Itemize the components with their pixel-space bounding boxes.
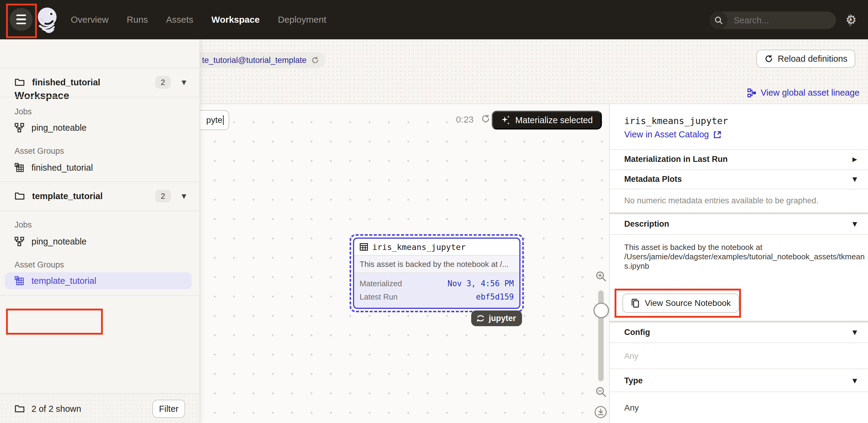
jupyter-icon — [476, 314, 485, 323]
sidebar-item-group-template-tutorial-selected[interactable]: template_tutorial — [5, 272, 192, 289]
job-name: ping_noteable — [31, 123, 87, 133]
search-box[interactable]: / — [710, 11, 836, 29]
sidebar-item-job-ping-noteable[interactable]: ping_noteable — [0, 119, 192, 136]
materialized-value[interactable]: Nov 3, 4:56 PM — [447, 279, 514, 288]
graph-filter-input[interactable]: pyte — [199, 110, 229, 130]
divider — [610, 342, 868, 343]
asset-node-iris-kmeans-jupyter[interactable]: iris_kmeans_jupyter This asset is backed… — [350, 234, 524, 312]
kind-tag-label: jupyter — [489, 314, 516, 323]
refresh-icon[interactable] — [311, 56, 319, 64]
section-label: Description — [624, 219, 669, 229]
annotation-box-template-tutorial — [6, 309, 103, 335]
description-text: This asset is backed by the notebook at … — [624, 243, 865, 271]
refresh-icon[interactable] — [481, 114, 491, 123]
workspace-sidebar: Workspace finished_tutorial 2 ▼ Jobs pin… — [0, 39, 200, 423]
section-label: Metadata Plots — [624, 175, 682, 184]
repo-row-template-tutorial[interactable]: template_tutorial 2 ▼ — [0, 182, 199, 211]
job-icon — [14, 237, 24, 246]
materialize-selected-button[interactable]: Materialize selected — [492, 111, 602, 129]
chevron-down-icon: ▼ — [852, 377, 857, 384]
code-location-tag[interactable]: te_tutorial@tutorial_template — [187, 52, 326, 68]
section-type[interactable]: Type ▼ — [610, 371, 868, 390]
copy-notebook-icon — [631, 298, 640, 308]
nav-item-assets[interactable]: Assets — [166, 14, 193, 25]
divider — [610, 368, 868, 369]
latest-run-value[interactable]: ebf5d159 — [476, 292, 514, 301]
asset-graph-canvas[interactable]: pyte 0:23 Materialize selected iris_kmea… — [199, 104, 609, 423]
search-input[interactable] — [733, 15, 849, 26]
chevron-down-icon[interactable]: ▼ — [182, 192, 186, 200]
section-materialization-in-last-run[interactable]: Materialization in Last Run ▶ — [610, 149, 868, 169]
materialize-selected-label: Materialize selected — [515, 115, 593, 125]
repo-row-finished-tutorial[interactable]: finished_tutorial 2 ▼ — [0, 68, 199, 97]
divider — [610, 234, 868, 235]
view-source-notebook-button[interactable]: View Source Notebook — [622, 294, 739, 313]
job-name: ping_noteable — [31, 237, 87, 247]
asset-node-stats: Materialized Nov 3, 4:56 PM Latest Run e… — [354, 273, 519, 308]
zoom-out-icon[interactable] — [595, 386, 607, 398]
repo-count-badge: 2 — [155, 76, 171, 89]
asset-groups-section-label: Asset Groups — [14, 260, 64, 270]
dagster-logo-icon — [34, 5, 62, 33]
nav-item-deployment[interactable]: Deployment — [278, 14, 326, 25]
section-metadata-plots[interactable]: Metadata Plots ▼ — [610, 170, 868, 189]
section-label: Type — [624, 376, 643, 386]
nav-links: Overview Runs Assets Workspace Deploymen… — [71, 0, 326, 39]
reload-icon — [764, 54, 773, 63]
view-in-asset-catalog-link[interactable]: View in Asset Catalog — [624, 129, 722, 140]
sidebar-footer: 2 of 2 shown Filter — [0, 393, 199, 423]
asset-title: iris_kmeans_jupyter — [624, 116, 728, 126]
sparkle-icon — [501, 115, 510, 125]
search-icon — [710, 11, 728, 29]
zoom-in-icon[interactable] — [595, 271, 607, 282]
zoom-slider-handle[interactable] — [593, 303, 609, 318]
materialized-row: Materialized Nov 3, 4:56 PM — [360, 277, 514, 290]
group-name: finished_tutorial — [31, 163, 93, 173]
divider — [0, 295, 199, 296]
repo-name: finished_tutorial — [32, 78, 155, 87]
hamburger-menu-button[interactable] — [10, 8, 33, 31]
folder-icon — [14, 191, 25, 201]
asset-group-icon — [14, 276, 24, 285]
group-name: template_tutorial — [31, 276, 96, 286]
view-global-asset-lineage-link[interactable]: View global asset lineage — [747, 88, 860, 98]
external-link-icon — [713, 130, 722, 139]
section-description[interactable]: Description ▼ — [610, 214, 868, 234]
graph-filter-text: pyte — [206, 115, 222, 125]
settings-gear-icon[interactable]: ⚙ — [844, 13, 858, 27]
repo-count-badge: 2 — [155, 190, 171, 203]
divider — [610, 392, 868, 392]
section-label: Materialization in Last Run — [624, 155, 728, 164]
section-config[interactable]: Config ▼ — [610, 323, 868, 342]
shown-count-label: 2 of 2 shown — [31, 404, 152, 414]
nav-item-workspace[interactable]: Workspace — [211, 14, 260, 25]
download-image-icon[interactable] — [594, 405, 607, 419]
kind-tag-jupyter[interactable]: jupyter — [471, 310, 522, 326]
nav-item-overview[interactable]: Overview — [71, 14, 108, 25]
asset-node-title: iris_kmeans_jupyter — [372, 242, 466, 252]
type-value: Any — [624, 403, 639, 413]
sidebar-item-group-finished-tutorial[interactable]: finished_tutorial — [0, 159, 192, 176]
section-label: Config — [624, 328, 650, 337]
repo-name: template_tutorial — [32, 191, 155, 201]
filter-button[interactable]: Filter — [152, 400, 185, 418]
chevron-down-icon: ▼ — [852, 220, 857, 228]
divider — [0, 97, 199, 97]
dagster-app: Overview Runs Assets Workspace Deploymen… — [0, 0, 868, 423]
jobs-section-label: Jobs — [14, 107, 32, 117]
divider — [610, 189, 868, 189]
chevron-down-icon[interactable]: ▼ — [182, 79, 186, 86]
text-caret — [223, 115, 224, 125]
chevron-right-icon: ▶ — [852, 155, 857, 163]
folder-icon — [14, 404, 25, 413]
latest-run-row: Latest Run ebf5d159 — [360, 290, 514, 303]
refresh-timer: 0:23 — [456, 114, 474, 125]
metadata-empty-message: No numeric metadata entries available to… — [624, 196, 818, 206]
divider — [0, 211, 199, 211]
sidebar-item-job-ping-noteable[interactable]: ping_noteable — [0, 233, 192, 250]
reload-definitions-button[interactable]: Reload definitions — [756, 50, 855, 68]
view-in-asset-catalog-label: View in Asset Catalog — [624, 129, 709, 140]
chevron-down-icon: ▼ — [852, 329, 857, 336]
asset-node-description: This asset is backed by the notebook at … — [354, 256, 519, 273]
nav-item-runs[interactable]: Runs — [127, 14, 148, 25]
